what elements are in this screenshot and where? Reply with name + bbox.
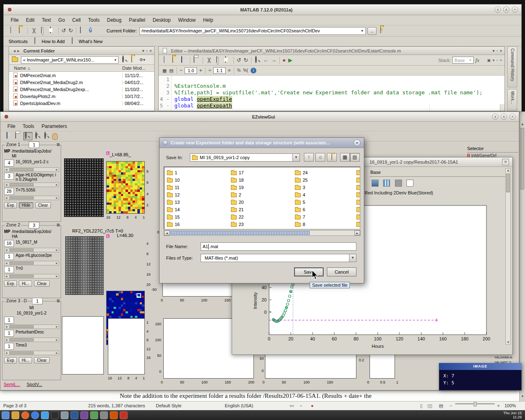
matlab-menu-text[interactable]: Text	[38, 16, 55, 24]
folder-item[interactable]: 15	[167, 214, 180, 220]
browse-folder-button[interactable]: ...	[368, 27, 377, 35]
scroll-right-icon[interactable]: ►	[354, 231, 360, 235]
office-writer-icon[interactable]	[71, 411, 78, 419]
word-count[interactable]: 215 words, 1,387 characters	[88, 403, 145, 408]
bookmark-icon[interactable]: ▫	[300, 403, 302, 408]
exp-button[interactable]: Exp	[4, 281, 17, 287]
spotview-button[interactable]: SpotV...	[27, 382, 42, 387]
zoom-level[interactable]: 100%	[504, 403, 516, 408]
cancel-button[interactable]: Cancel	[327, 267, 356, 276]
hide-button[interactable]: Hide	[19, 202, 33, 208]
folder-item[interactable]	[356, 184, 361, 191]
cut-icon[interactable]	[30, 27, 38, 34]
cell-divider-icon[interactable]: ▤	[169, 67, 173, 74]
zone-scrollbar[interactable]	[4, 324, 59, 329]
maximize-button[interactable]: ∧	[501, 114, 507, 120]
view-book-icon[interactable]: ▤	[439, 403, 443, 409]
undock-icon[interactable]: ▫	[497, 58, 498, 62]
clear-button[interactable]: Clear	[34, 357, 50, 363]
file-row[interactable]: DMPexcel2mat_MediaDrug2exp...11/10/2...	[9, 86, 154, 93]
comment-icon[interactable]: %	[237, 67, 241, 74]
folder-item[interactable]: 1	[167, 169, 177, 176]
file-row[interactable]: DMPexcel2mat.m11/11/2...	[9, 72, 154, 79]
dialog-titlebar[interactable]: Create new Experiment folder and data st…	[160, 138, 364, 148]
results-close-button[interactable]: ×	[502, 159, 509, 165]
folder-item[interactable]	[356, 169, 361, 176]
zone-count-field[interactable]: 28	[4, 188, 14, 195]
folder-item[interactable]: 24	[295, 169, 308, 176]
zone-index-field[interactable]: 3	[29, 222, 39, 228]
folder-item[interactable]: 6	[295, 206, 305, 213]
image-viewer-icon[interactable]	[90, 411, 98, 419]
split-view-icon[interactable]: ▣	[487, 58, 491, 62]
matlab-menu-window[interactable]: Window	[174, 16, 199, 24]
zone-count-field[interactable]: 1	[4, 343, 14, 350]
panel-menu-icon[interactable]: ▾	[493, 58, 495, 62]
scroll-left-icon[interactable]: ◄	[164, 231, 170, 235]
shortcut-how-to-add[interactable]: How to Add	[41, 39, 64, 44]
zone-count-field[interactable]: 1	[4, 266, 14, 273]
zone-scrollbar[interactable]	[4, 338, 59, 342]
zone-count-field[interactable]: 1	[4, 330, 14, 337]
increase-font-button[interactable]: +	[199, 67, 202, 74]
zone-grid-icon[interactable]: ▦	[56, 299, 60, 303]
open-file-icon[interactable]	[19, 27, 20, 33]
command-history-tab[interactable]: Command History	[507, 46, 517, 87]
scroll-down-icon[interactable]: ▼	[521, 395, 524, 398]
folder-item[interactable]: 17	[231, 169, 244, 176]
cut-icon[interactable]	[205, 57, 213, 64]
folder-item[interactable]: 3	[295, 184, 305, 191]
folder-item[interactable]: 2	[231, 192, 241, 198]
zone-scrollbar[interactable]	[4, 183, 59, 187]
matlab-menu-go[interactable]: Go	[55, 16, 68, 24]
zone-scrollbar[interactable]	[4, 351, 59, 355]
text-language[interactable]: English (USA)	[225, 403, 253, 408]
zone-scrollbar[interactable]	[4, 167, 59, 172]
writer-vertical-scrollbar[interactable]: ▲ ▼	[519, 112, 525, 401]
panel-menu-icon[interactable]: ▾	[142, 49, 144, 53]
page-style[interactable]: Default Style	[156, 403, 181, 408]
minimize-button[interactable]: ∨	[495, 7, 501, 13]
save-in-combo[interactable]: MI 16_0919_yor1-2 copy ▼	[190, 153, 300, 162]
folder-item[interactable]: 10	[167, 177, 180, 183]
ezview-titlebar[interactable]: EZviewGui ∨ ∧ ×	[0, 112, 519, 122]
exp-button[interactable]: Exp	[4, 357, 17, 363]
zoom-slider-handle[interactable]	[474, 402, 477, 406]
copy-icon[interactable]	[216, 56, 217, 63]
font-size-field[interactable]: 1.0	[185, 67, 197, 74]
folder-item[interactable]: 14	[167, 206, 180, 213]
folder-item[interactable]	[356, 192, 361, 198]
dropdown-arrow-icon[interactable]: ▼	[361, 29, 364, 33]
open-icon[interactable]	[172, 56, 173, 63]
matlab-titlebar[interactable]: MATLAB 7.12.0 (R2011a) ∨ ∧ ×	[4, 5, 521, 15]
collapse-panel-icon[interactable]: ◂	[14, 49, 16, 53]
forward-icon[interactable]: →	[271, 57, 276, 64]
clear-button[interactable]: Clear	[35, 202, 51, 208]
file-row[interactable]: DpertsUploadDev.m08/04/2...	[9, 100, 154, 107]
insert-cell-icon[interactable]: ▦	[162, 67, 167, 74]
workspace-tab[interactable]: Work...	[507, 89, 517, 111]
new-file-icon[interactable]	[10, 27, 11, 33]
ezview-menu-file[interactable]: File	[4, 122, 19, 130]
matlab-menu-file[interactable]: File	[7, 16, 22, 24]
hide-button[interactable]: Hi...	[19, 357, 32, 363]
new-folder-icon[interactable]	[131, 56, 132, 62]
folder-breadcrumb[interactable]: « InovImager_jwrCF_WINLinx150... ▸	[21, 56, 119, 64]
exp-button[interactable]: Exp	[4, 202, 17, 208]
zone-index-field[interactable]: 1	[29, 142, 39, 148]
matlab-menu-cell[interactable]: Cell	[68, 16, 84, 24]
undock-panel-icon[interactable]: ▫	[497, 49, 498, 53]
text-editor-icon[interactable]	[61, 411, 68, 419]
simulink-icon[interactable]	[80, 27, 81, 33]
clear-button[interactable]: Clear	[34, 281, 50, 287]
web-browser-icon[interactable]	[31, 411, 39, 419]
folder-item[interactable]: 13	[167, 199, 180, 205]
zone-count-field[interactable]: 4	[4, 160, 14, 167]
image-window-titlebar[interactable]: IMAGE	[439, 363, 522, 370]
screen-recorder-icon[interactable]	[120, 411, 128, 419]
back-icon[interactable]: ←	[263, 57, 269, 64]
folder-item[interactable]: 4	[295, 192, 305, 198]
multiply-button[interactable]: ×	[228, 67, 231, 74]
folder-list-hscrollbar[interactable]: ◄ ►	[164, 230, 361, 236]
matlab-menu-help[interactable]: Help	[199, 16, 217, 24]
